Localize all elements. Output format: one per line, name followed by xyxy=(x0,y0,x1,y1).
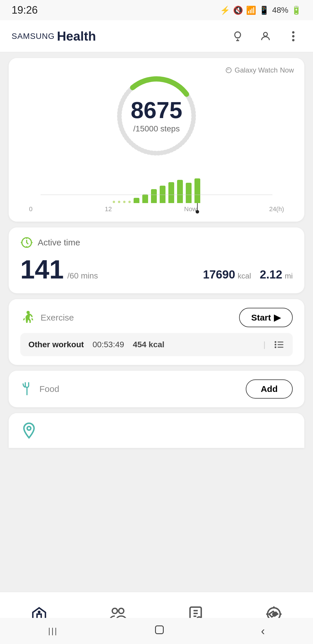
active-time-title: Active time xyxy=(38,238,80,247)
exercise-title: Exercise xyxy=(41,313,74,323)
steps-progress-ring: 8675 /15000 steps xyxy=(113,73,200,160)
workout-divider: | xyxy=(263,340,265,349)
chart-label-now: Now xyxy=(184,205,197,213)
steps-card: Galaxy Watch Now 8675 /15000 steps xyxy=(9,58,304,222)
active-minutes: 141 /60 mins xyxy=(20,255,98,285)
svg-point-14 xyxy=(275,344,276,345)
svg-rect-35 xyxy=(156,626,163,634)
svg-point-1 xyxy=(263,32,267,36)
steps-count: 8675 xyxy=(131,99,182,122)
svg-point-16 xyxy=(27,426,31,430)
sys-menu-button[interactable]: ||| xyxy=(48,626,58,636)
workout-time: 00:53:49 xyxy=(92,340,124,349)
steps-center: 8675 /15000 steps xyxy=(131,99,182,133)
distance-value: 2.12 xyxy=(260,268,282,281)
battery-icon: 🔋 xyxy=(291,6,301,15)
active-time-icon xyxy=(20,236,33,249)
galaxy-watch-badge: Galaxy Watch Now xyxy=(225,66,294,74)
active-time-header: Active time xyxy=(20,236,293,249)
mute-icon: 🔇 xyxy=(233,6,243,15)
bar-10 xyxy=(186,168,192,203)
sys-home-icon xyxy=(154,625,165,635)
start-exercise-button[interactable]: Start ▶ xyxy=(239,308,293,327)
battery-indicator: 48% xyxy=(272,6,288,15)
active-stats: 17690 kcal 2.12 mi xyxy=(203,268,293,281)
more-options-button[interactable] xyxy=(285,28,301,44)
workout-row[interactable]: Other workout 00:53:49 454 kcal | xyxy=(20,333,293,356)
exercise-left: Exercise xyxy=(20,310,74,325)
workout-name: Other workout xyxy=(28,340,84,349)
wifi-icon: 📶 xyxy=(246,6,256,15)
active-minutes-unit: /60 mins xyxy=(67,271,98,281)
chart-label-0: 0 xyxy=(29,205,32,213)
active-time-values: 141 /60 mins 17690 kcal 2.12 mi xyxy=(20,255,293,285)
kcal-value: 17690 xyxy=(203,268,235,281)
partial-card-icon xyxy=(20,422,38,439)
food-icon xyxy=(20,381,35,397)
chart-label-24: 24(h) xyxy=(269,205,284,213)
watch-label: Galaxy Watch xyxy=(234,66,278,74)
kcal-unit: kcal xyxy=(238,272,251,280)
svg-point-3 xyxy=(292,35,294,37)
food-title: Food xyxy=(39,384,59,394)
bar-2 xyxy=(123,168,125,203)
svg-point-30 xyxy=(273,613,275,615)
svg-point-18 xyxy=(112,608,117,614)
steps-goal: /15000 steps xyxy=(131,124,182,133)
add-food-button[interactable]: Add xyxy=(246,379,293,399)
profile-button[interactable] xyxy=(257,28,274,44)
app-bar-actions xyxy=(230,28,301,44)
sys-back-button[interactable]: ‹ xyxy=(261,625,265,638)
svg-point-4 xyxy=(292,39,294,41)
play-icon: ▶ xyxy=(274,312,281,323)
app-logo: SAMSUNG Health xyxy=(12,29,96,44)
status-time: 19:26 xyxy=(12,4,38,16)
svg-point-19 xyxy=(119,608,124,614)
food-header: Food Add xyxy=(20,379,293,399)
exercise-card: Exercise Start ▶ Other workout 00:53:49 … xyxy=(9,299,304,365)
watch-now: Now xyxy=(280,66,294,74)
signal-icon: 📱 xyxy=(259,6,269,15)
health-label: Health xyxy=(57,29,96,44)
active-time-card: Active time 141 /60 mins 17690 kcal 2.12… xyxy=(9,227,304,293)
exercise-icon xyxy=(20,310,36,325)
hourly-chart: 0 12 Now 24(h) xyxy=(29,168,284,213)
bar-5 xyxy=(142,168,148,203)
bar-1 xyxy=(118,168,120,203)
food-left: Food xyxy=(20,381,59,397)
status-bar: 19:26 ⚡ 🔇 📶 📱 48% 🔋 xyxy=(0,0,313,20)
chart-labels: 0 12 Now 24(h) xyxy=(29,203,284,213)
bar-chart-area xyxy=(41,168,272,203)
chart-label-12: 12 xyxy=(105,205,112,213)
svg-point-13 xyxy=(275,342,276,343)
bar-7 xyxy=(160,168,165,203)
bar-9 xyxy=(177,168,183,203)
distance-unit: mi xyxy=(285,272,293,280)
bluetooth-icon: ⚡ xyxy=(220,6,230,15)
food-card: Food Add xyxy=(9,371,304,407)
chart-baseline xyxy=(41,195,272,195)
active-minutes-value: 141 xyxy=(20,255,64,285)
bar-now xyxy=(194,168,200,203)
samsung-label: SAMSUNG xyxy=(12,32,55,41)
partial-next-card xyxy=(9,413,304,448)
lightbulb-button[interactable] xyxy=(230,28,246,44)
bar-0 xyxy=(113,168,115,203)
svg-point-17 xyxy=(38,610,41,613)
status-icons: ⚡ 🔇 📶 📱 48% 🔋 xyxy=(220,6,301,15)
bar-4 xyxy=(134,168,139,203)
sys-home-button[interactable] xyxy=(154,625,165,637)
main-content: Galaxy Watch Now 8675 /15000 steps xyxy=(0,52,313,538)
watch-icon xyxy=(225,67,232,74)
app-bar: SAMSUNG Health xyxy=(0,20,313,52)
workout-kcal: 454 kcal xyxy=(133,340,164,349)
bar-3 xyxy=(128,168,131,203)
svg-point-5 xyxy=(226,68,231,73)
bar-6 xyxy=(151,168,157,203)
svg-point-2 xyxy=(292,31,294,33)
svg-point-15 xyxy=(275,347,276,348)
exercise-header: Exercise Start ▶ xyxy=(20,308,293,327)
bar-8 xyxy=(168,168,174,203)
workout-list-icon xyxy=(274,339,285,350)
steps-circle: 8675 /15000 steps xyxy=(20,73,293,160)
